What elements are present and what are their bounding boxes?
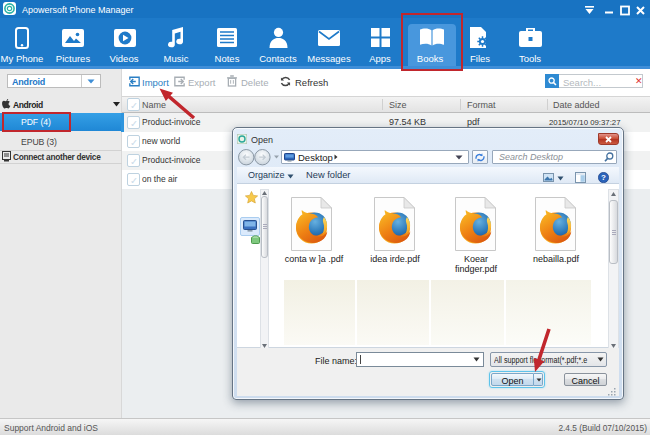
svg-text:?: ? — [601, 173, 606, 182]
